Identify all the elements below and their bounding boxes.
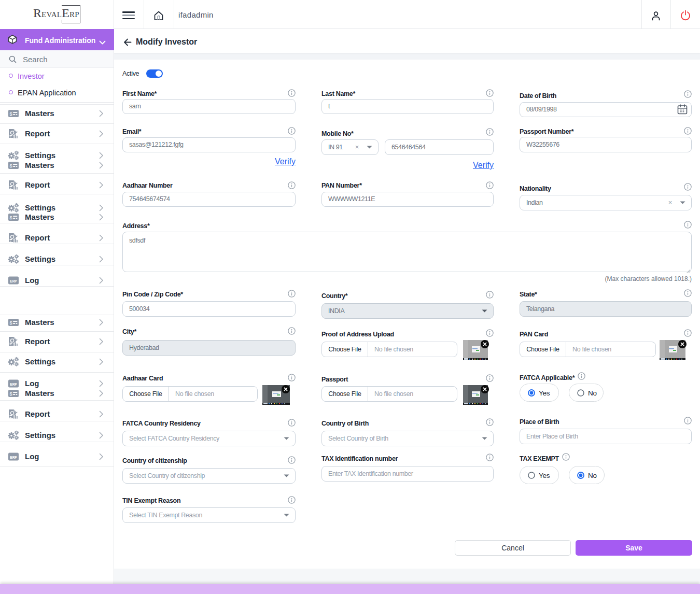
svg-text:ERP: ERP	[10, 456, 17, 459]
svg-text:ERP: ERP	[10, 383, 17, 386]
svg-text:$: $	[9, 163, 12, 168]
svg-text:$: $	[9, 391, 12, 397]
svg-text:$: $	[9, 215, 12, 220]
svg-text:ERP: ERP	[10, 279, 17, 283]
svg-text:$: $	[9, 320, 12, 326]
svg-text:$: $	[9, 111, 12, 117]
